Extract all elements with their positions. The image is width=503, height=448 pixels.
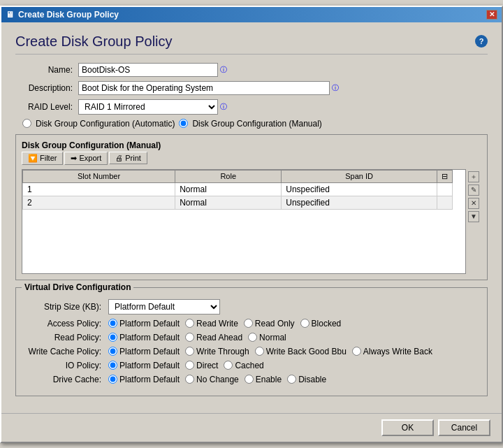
filter-button[interactable]: 🔽 Filter (22, 152, 63, 165)
export-icon: ➡ (71, 154, 77, 163)
manual-config-title: Disk Group Configuration (Manual) (22, 140, 161, 150)
access-blocked[interactable]: Blocked (300, 319, 342, 328)
col-slot: Slot Number (23, 170, 175, 182)
name-info-icon[interactable]: ⓘ (220, 65, 227, 75)
edit-row-button[interactable]: ✎ (468, 185, 479, 196)
io-cached[interactable]: Cached (224, 361, 263, 370)
read-normal[interactable]: Normal (248, 333, 286, 342)
ok-button[interactable]: OK (381, 419, 434, 436)
help-icon[interactable]: ? (475, 35, 488, 48)
print-button[interactable]: 🖨 Print (109, 152, 147, 164)
page-title: Create Disk Group Policy (15, 34, 173, 50)
content-area: Create Disk Group Policy ? Name: ⓘ Descr… (1, 22, 502, 407)
cancel-button[interactable]: Cancel (438, 419, 490, 436)
access-blocked-radio[interactable] (300, 319, 309, 328)
io-policy-label: IO Policy: (24, 361, 108, 370)
add-row-button[interactable]: ＋ (468, 171, 479, 182)
always-write-back-radio[interactable] (352, 347, 361, 356)
span-1: Unspecified (282, 182, 437, 196)
config-auto-radio[interactable] (22, 119, 31, 128)
export-label: Export (79, 154, 101, 162)
cache-no-change-radio[interactable] (185, 375, 194, 384)
write-cache-row: Write Cache Policy: Platform Default Wri… (24, 347, 479, 356)
name-input[interactable] (78, 63, 218, 77)
raid-level-label: RAID Level: (15, 102, 78, 112)
io-cached-radio[interactable] (224, 361, 233, 370)
role-2: Normal (175, 196, 282, 209)
table-area: Slot Number Role Span ID ⊟ 1 Normal (22, 169, 481, 274)
write-platform-default[interactable]: Platform Default (108, 347, 180, 356)
config-manual-radio[interactable] (179, 119, 188, 128)
cache-platform-default-radio[interactable] (108, 375, 117, 384)
io-direct-radio[interactable] (185, 361, 194, 370)
window-icon: 🖥 (6, 10, 14, 20)
drive-cache-controls: Platform Default No Change Enable Disabl… (108, 375, 326, 384)
read-policy-row: Read Policy: Platform Default Read Ahead… (24, 333, 479, 342)
cache-enable-radio[interactable] (245, 375, 254, 384)
access-read-write-radio[interactable] (185, 319, 194, 328)
read-read-ahead[interactable]: Read Ahead (185, 333, 242, 342)
description-input[interactable] (78, 81, 330, 95)
col-span: Span ID (282, 170, 437, 182)
window-title: Create Disk Group Policy (18, 10, 119, 20)
config-auto-label[interactable]: Disk Group Configuration (Automatic) (36, 119, 175, 129)
cache-platform-default[interactable]: Platform Default (108, 375, 180, 384)
col-role: Role (175, 170, 282, 182)
filter-label: Filter (40, 154, 57, 162)
delete-row-button[interactable]: ✕ (468, 198, 479, 209)
read-platform-default[interactable]: Platform Default (108, 333, 180, 342)
write-cache-controls: Platform Default Write Through Write Bac… (108, 347, 432, 356)
config-type-radio-group: Disk Group Configuration (Automatic) Dis… (22, 119, 488, 129)
print-label: Print (125, 154, 141, 162)
table-container: Slot Number Role Span ID ⊟ 1 Normal (22, 169, 466, 274)
io-direct[interactable]: Direct (185, 361, 218, 370)
access-platform-default-radio[interactable] (108, 319, 117, 328)
raid-level-row: RAID Level: RAID 1 Mirrored RAID 0 RAID … (15, 99, 488, 115)
write-through-radio[interactable] (185, 347, 194, 356)
config-manual-label[interactable]: Disk Group Configuration (Manual) (192, 119, 321, 129)
cache-enable[interactable]: Enable (245, 375, 282, 384)
io-platform-default[interactable]: Platform Default (108, 361, 180, 370)
write-cache-label: Write Cache Policy: (24, 347, 108, 356)
access-policy-row: Access Policy: Platform Default Read Wri… (24, 319, 479, 328)
role-1: Normal (175, 182, 282, 196)
table-row: 2 Normal Unspecified (23, 196, 453, 209)
table-side-buttons: ＋ ✎ ✕ ▼ (466, 169, 481, 274)
print-icon: 🖨 (115, 154, 123, 162)
write-platform-default-radio[interactable] (108, 347, 117, 356)
virtual-drive-section: Virtual Drive Configuration Strip Size (… (15, 287, 488, 396)
close-button[interactable]: ✕ (486, 10, 497, 20)
read-ahead-radio[interactable] (185, 333, 194, 342)
name-row: Name: ⓘ (15, 63, 488, 77)
table-row: 1 Normal Unspecified (23, 182, 453, 196)
read-policy-controls: Platform Default Read Ahead Normal (108, 333, 286, 342)
drive-cache-label: Drive Cache: (24, 375, 108, 384)
read-normal-radio[interactable] (248, 333, 257, 342)
raid-info-icon[interactable]: ⓘ (220, 102, 227, 112)
write-back-good-bbu-radio[interactable] (255, 347, 264, 356)
access-policy-controls: Platform Default Read Write Read Only Bl… (108, 319, 341, 328)
strip-size-select[interactable]: Platform Default 81632 64128256 (108, 299, 220, 315)
cache-disable[interactable]: Disable (287, 375, 326, 384)
always-write-back[interactable]: Always Write Back (352, 347, 432, 356)
main-window: 🖥 Create Disk Group Policy ✕ Create Disk… (0, 6, 503, 443)
title-bar: 🖥 Create Disk Group Policy ✕ (1, 7, 502, 22)
access-platform-default[interactable]: Platform Default (108, 319, 180, 328)
description-info-icon[interactable]: ⓘ (332, 83, 339, 93)
col-filter[interactable]: ⊟ (437, 170, 453, 182)
access-read-only[interactable]: Read Only (244, 319, 295, 328)
cache-disable-radio[interactable] (287, 375, 296, 384)
raid-level-select[interactable]: RAID 1 Mirrored RAID 0 RAID 5 RAID 6 RAI… (78, 99, 218, 115)
write-through[interactable]: Write Through (185, 347, 249, 356)
export-button[interactable]: ➡ Export (64, 152, 108, 165)
strip-size-row: Strip Size (KB): Platform Default 81632 … (24, 299, 479, 315)
cache-no-change[interactable]: No Change (185, 375, 239, 384)
io-platform-default-radio[interactable] (108, 361, 117, 370)
access-read-write[interactable]: Read Write (185, 319, 238, 328)
scroll-down-button[interactable]: ▼ (468, 211, 479, 222)
access-read-only-radio[interactable] (244, 319, 253, 328)
write-back-good-bbu[interactable]: Write Back Good Bbu (255, 347, 347, 356)
read-platform-default-radio[interactable] (108, 333, 117, 342)
disk-table: Slot Number Role Span ID ⊟ 1 Normal (22, 170, 453, 210)
span-2: Unspecified (282, 196, 437, 209)
